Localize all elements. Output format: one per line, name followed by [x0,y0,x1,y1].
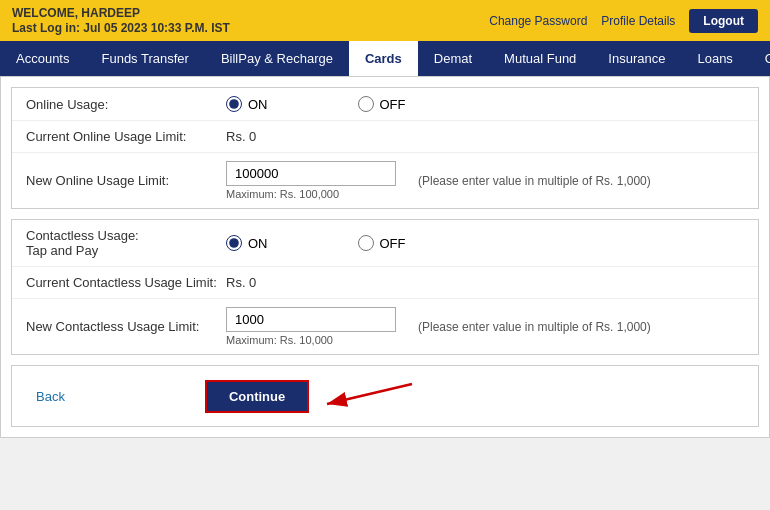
nav-funds-transfer[interactable]: Funds Transfer [85,41,204,76]
new-contactless-limit-row: New Contactless Usage Limit: Maximum: Rs… [12,299,758,354]
nav-loans[interactable]: Loans [681,41,748,76]
change-password-link[interactable]: Change Password [489,14,587,28]
online-usage-label: Online Usage: [26,97,226,112]
contactless-usage-controls: ON OFF [226,235,744,251]
new-online-limit-input-wrapper: Maximum: Rs. 100,000 [226,161,396,200]
nav-billpay[interactable]: BillPay & Recharge [205,41,349,76]
contactless-usage-on-label: ON [248,236,268,251]
continue-button[interactable]: Continue [205,380,309,413]
welcome-info: WELCOME, HARDEEP Last Log in: Jul 05 202… [12,6,230,35]
svg-line-1 [327,384,412,404]
online-usage-off-option[interactable]: OFF [358,96,406,112]
current-online-limit-value-col: Rs. 0 [226,129,744,144]
top-bar-actions: Change Password Profile Details Logout [489,9,758,33]
nav-demat[interactable]: Demat [418,41,488,76]
last-login: Last Log in: Jul 05 2023 10:33 P.M. IST [12,21,230,35]
new-online-limit-control-col: Maximum: Rs. 100,000 (Please enter value… [226,161,744,200]
online-usage-off-radio[interactable] [358,96,374,112]
new-contactless-limit-control-col: Maximum: Rs. 10,000 (Please enter value … [226,307,744,346]
current-contactless-limit-value-col: Rs. 0 [226,275,744,290]
arrow-area [317,376,417,416]
nav-mutual-fund[interactable]: Mutual Fund [488,41,592,76]
contactless-usage-off-option[interactable]: OFF [358,235,406,251]
current-contactless-limit-label: Current Contactless Usage Limit: [26,275,226,290]
online-usage-on-option[interactable]: ON [226,96,268,112]
new-contactless-limit-input-wrapper: Maximum: Rs. 10,000 [226,307,396,346]
current-contactless-limit-row: Current Contactless Usage Limit: Rs. 0 [12,267,758,299]
new-contactless-limit-label: New Contactless Usage Limit: [26,319,226,334]
nav-offers[interactable]: Offers [749,41,770,76]
nav-bar: Accounts Funds Transfer BillPay & Rechar… [0,41,770,76]
welcome-text: WELCOME, HARDEEP [12,6,230,20]
footer-inner: Back Continue [12,366,758,426]
contactless-usage-on-radio[interactable] [226,235,242,251]
contactless-usage-off-radio[interactable] [358,235,374,251]
online-hint-text: (Please enter value in multiple of Rs. 1… [418,174,651,188]
current-contactless-limit-value: Rs. 0 [226,275,256,290]
online-usage-on-radio[interactable] [226,96,242,112]
online-usage-toggle-row: Online Usage: ON OFF [12,88,758,121]
online-usage-off-label: OFF [380,97,406,112]
nav-accounts[interactable]: Accounts [0,41,85,76]
contactless-usage-radio-group: ON OFF [226,235,406,251]
contactless-label-line2: Tap and Pay [26,243,98,258]
current-online-limit-value: Rs. 0 [226,129,256,144]
red-arrow-icon [317,376,417,416]
top-bar: WELCOME, HARDEEP Last Log in: Jul 05 202… [0,0,770,41]
nav-insurance[interactable]: Insurance [592,41,681,76]
current-online-limit-row: Current Online Usage Limit: Rs. 0 [12,121,758,153]
new-contactless-limit-input[interactable] [226,307,396,332]
contactless-usage-off-label: OFF [380,236,406,251]
contactless-hint-text: (Please enter value in multiple of Rs. 1… [418,320,651,334]
profile-details-link[interactable]: Profile Details [601,14,675,28]
contactless-usage-section: Contactless Usage: Tap and Pay ON OFF [11,219,759,355]
contactless-usage-toggle-row: Contactless Usage: Tap and Pay ON OFF [12,220,758,267]
footer-section: Back Continue [11,365,759,427]
logout-button[interactable]: Logout [689,9,758,33]
online-usage-controls: ON OFF [226,96,744,112]
online-usage-on-label: ON [248,97,268,112]
new-online-limit-row: New Online Usage Limit: Maximum: Rs. 100… [12,153,758,208]
contactless-max-text: Maximum: Rs. 10,000 [226,334,396,346]
online-usage-radio-group: ON OFF [226,96,406,112]
nav-cards[interactable]: Cards [349,41,418,76]
contactless-usage-label: Contactless Usage: Tap and Pay [26,228,226,258]
new-online-limit-input[interactable] [226,161,396,186]
online-max-text: Maximum: Rs. 100,000 [226,188,396,200]
contactless-label-line1: Contactless Usage: [26,228,139,243]
contactless-usage-on-option[interactable]: ON [226,235,268,251]
main-content: Online Usage: ON OFF Current Online Usag… [0,76,770,438]
back-link[interactable]: Back [36,389,65,404]
current-online-limit-label: Current Online Usage Limit: [26,129,226,144]
new-online-limit-label: New Online Usage Limit: [26,173,226,188]
online-usage-section: Online Usage: ON OFF Current Online Usag… [11,87,759,209]
